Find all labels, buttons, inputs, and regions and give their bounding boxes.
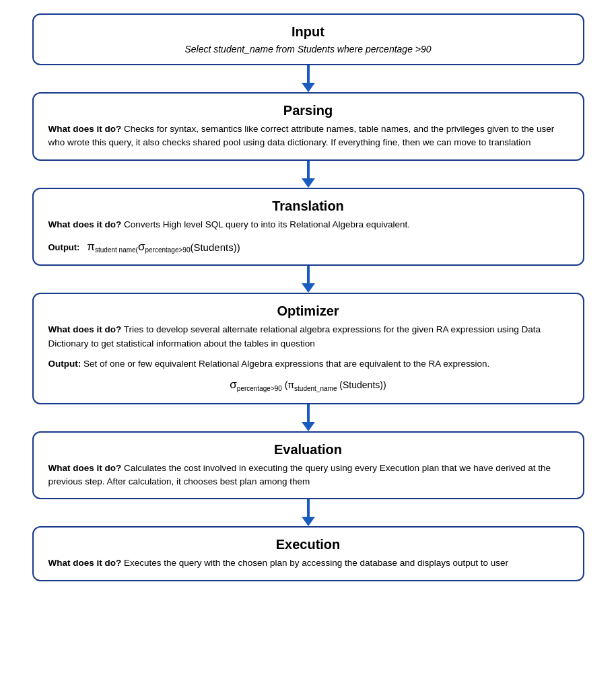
arrow-2 [302, 161, 315, 188]
arrow-head-2 [302, 178, 315, 188]
optimizer-what-text: Tries to develop several alternate relat… [48, 324, 541, 348]
sigma-symbol: σ [138, 238, 145, 256]
translation-what-label: What does it do? [48, 219, 122, 229]
flow-diagram: Input Select student_name from Students … [27, 13, 589, 581]
arrow-head-1 [302, 83, 315, 92]
arrow-head-4 [302, 422, 315, 431]
optimizer-pi-sub: student_name [294, 385, 337, 392]
optimizer-content: What does it do? Tries to develop severa… [48, 323, 568, 394]
parsing-content: What does it do? Checks for syntax, sema… [48, 122, 568, 150]
input-title: Input [48, 24, 568, 40]
evaluation-what-text: Calculates the cost involved in executin… [48, 463, 551, 486]
parsing-what-text: Checks for syntax, semantics like correc… [48, 124, 555, 147]
input-box: Input Select student_name from Students … [32, 13, 584, 65]
evaluation-content: What does it do? Calculates the cost inv… [48, 462, 568, 489]
evaluation-title: Evaluation [48, 442, 568, 458]
arrow-head-3 [302, 283, 315, 293]
parsing-what-label: What does it do? [48, 124, 122, 134]
optimizer-output-label: Output: [48, 359, 81, 369]
translation-what: What does it do? Converts High level SQL… [48, 218, 568, 231]
optimizer-output-line: Output: Set of one or few equivalent Rel… [48, 357, 568, 371]
optimizer-title: Optimizer [48, 303, 568, 319]
execution-box: Execution What does it do? Executes the … [32, 526, 584, 581]
translation-what-text: Converts High level SQL query to into it… [121, 219, 410, 229]
arrow-4 [302, 404, 315, 431]
translation-content: What does it do? Converts High level SQL… [48, 218, 568, 256]
execution-what-text: Executes the query with the chosen plan … [121, 558, 508, 568]
math-suffix: (Students)) [190, 240, 240, 256]
execution-content: What does it do? Executes the query with… [48, 556, 568, 570]
evaluation-box: Evaluation What does it do? Calculates t… [32, 431, 584, 500]
parsing-title: Parsing [48, 103, 568, 118]
translation-output: Output: πstudent name(σpercentage>90(Stu… [48, 238, 568, 256]
arrow-3 [302, 266, 315, 293]
pi-symbol: π [87, 238, 95, 256]
evaluation-what-label: What does it do? [48, 463, 122, 473]
arrow-head-5 [302, 517, 315, 526]
arrow-line-1 [307, 65, 310, 83]
optimizer-output-text: Set of one or few equivalent Relational … [81, 359, 489, 369]
input-subtitle: Select student_name from Students where … [48, 44, 568, 55]
arrow-5 [302, 499, 315, 526]
execution-title: Execution [48, 537, 568, 552]
optimizer-expr: σpercentage>90 (πstudent_name (Students)… [48, 376, 568, 394]
translation-title: Translation [48, 198, 568, 214]
sigma-subscript: percentage>90 [145, 245, 190, 255]
arrow-1 [302, 65, 315, 92]
arrow-line-3 [307, 266, 310, 283]
translation-output-label: Output: [48, 242, 80, 252]
parsing-box: Parsing What does it do? Checks for synt… [32, 92, 584, 161]
translation-math-expr: πstudent name(σpercentage>90(Students)) [87, 238, 240, 256]
optimizer-open: (π [282, 379, 294, 390]
arrow-line-2 [307, 161, 310, 178]
execution-what-label: What does it do? [48, 558, 122, 568]
optimizer-what: What does it do? Tries to develop severa… [48, 323, 568, 351]
translation-box: Translation What does it do? Converts Hi… [32, 188, 584, 266]
arrow-line-4 [307, 404, 310, 422]
optimizer-what-label: What does it do? [48, 324, 122, 334]
pi-subscript: student name( [95, 245, 138, 255]
arrow-line-5 [307, 499, 310, 517]
optimizer-sigma: σ [230, 378, 237, 391]
optimizer-close: (Students)) [337, 379, 386, 390]
optimizer-sigma-sub: percentage>90 [237, 385, 282, 392]
optimizer-box: Optimizer What does it do? Tries to deve… [32, 293, 584, 404]
